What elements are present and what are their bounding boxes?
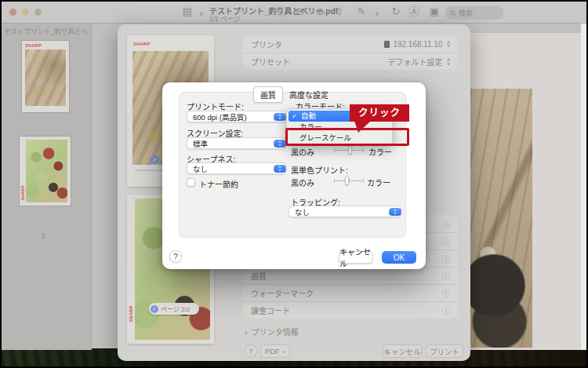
black-only-slider[interactable] [334,176,364,185]
printer-icon [384,41,390,48]
sharpness-value: なし [193,163,208,174]
dialog-help-button[interactable]: ? [169,250,182,263]
tab-advanced-settings[interactable]: 高度な設定 [283,87,335,102]
close-window-button[interactable] [9,9,16,16]
option-label: 課金コード [251,304,290,316]
black-only-left-label: 黒のみ [291,177,314,188]
printer-settings-group: プリンタ 192.168.11.10 ∧∨ プリセット デフォルト設定 ∧∨ [243,35,458,70]
trapping-dropdown[interactable]: なし ∧∨ [289,206,401,217]
pdf-menu-button[interactable]: PDF ∨ [260,344,290,358]
preset-value: デフォルト設定 [388,56,443,67]
printer-label: プリンタ [251,38,282,50]
sheet-help-button[interactable]: ? [245,344,257,358]
page-indicator: 1/2 ページ [209,13,241,23]
toolbar: ▤ ∨ テストプリント_釣り具とベリー.pdf 1/2 ページ ⓘ ⊖ ⊕ ⇧ … [0,0,588,24]
sharp-logo: SHARP [25,43,42,48]
page-1-thumbnail-image [25,49,66,106]
printer-info-label: プリンタ情報 [252,326,299,337]
option-row-billing-code[interactable]: 課金コードⓘ [243,301,458,319]
stepper-icon: ∧∨ [389,208,401,217]
sharp-logo: SHARP [129,305,133,322]
info-icon[interactable]: ⓘ [442,304,450,316]
sheet-cancel-button[interactable]: キャンセル [383,344,422,358]
toner-save-checkbox[interactable] [187,178,195,187]
printer-info-disclosure[interactable]: › プリンタ情報 [245,326,299,337]
sharpness-dropdown[interactable]: なし ∧∨ [187,162,286,174]
markup-chevron-icon[interactable]: ∨ [370,9,384,20]
preview-app-window: ▤ ∨ テストプリント_釣り具とベリー.pdf 1/2 ページ ⓘ ⊖ ⊕ ⇧ … [0,0,588,368]
annotation-balloon-tail [350,121,381,133]
fishing-reel-photo [470,89,532,348]
disclosure-icon: › [245,327,248,337]
page-count-pill: ✓ ページ 2/2 [149,303,199,315]
sharp-logo: SHARP [133,42,150,46]
print-mode-value: 600 dpi (高品質) [193,111,247,122]
page-2-number-label: 2 [42,232,45,240]
annotation-highlight-rect [285,128,409,146]
screen-setting-dropdown[interactable]: 標準 ∧∨ [187,137,286,149]
scroll-area-edge [581,24,588,350]
annotation-balloon: クリック [350,104,409,122]
tab-image-quality[interactable]: 画質 [253,86,283,103]
info-icon[interactable]: ⓘ [442,270,450,282]
screen-setting-value: 標準 [193,138,208,149]
black-only-right-label: カラー [367,177,390,188]
thumbnail-sidebar: テストプリント_釣り具とベ… SHARP 1 SHARP 2 [0,24,92,350]
annotate-icon[interactable]: Ⓐ [407,6,421,17]
pdf-label: PDF [265,347,280,355]
markup-icon[interactable]: ✎ [354,6,368,17]
option-label: ウォーターマーク [251,287,314,299]
option-label: 画質 [251,270,267,282]
share-icon[interactable]: ⇧ [332,6,347,17]
option-row-quality[interactable]: 画質ⓘ [243,267,458,284]
check-icon: ✓ [151,305,158,313]
info-icon[interactable]: ⓘ [442,253,450,264]
page-1-thumbnail[interactable]: SHARP [22,41,69,112]
option-row-watermark[interactable]: ウォーターマークⓘ [243,284,458,301]
document-page-preview [470,33,581,350]
slider-thumb[interactable] [345,176,349,185]
tab-bar: 画質 高度な設定 [253,86,335,103]
zoom-window-button[interactable] [34,9,42,16]
stepper-icon: ∧∨ [274,140,286,148]
preset-row[interactable]: プリセット デフォルト設定 ∧∨ [243,53,458,70]
sidebar-chevron-icon[interactable]: ∨ [194,9,209,20]
minimize-window-button[interactable] [22,9,29,16]
print-mode-dropdown[interactable]: 600 dpi (高品質) ∧∨ [187,111,286,122]
stepper-icon: ∧∨ [274,113,286,122]
zoom-in-icon[interactable]: ⊕ [313,6,327,17]
color-adjust-slider[interactable] [334,145,364,155]
info-icon[interactable]: ⓘ [442,235,450,247]
black-only-print-label: 黒単色プリント: [291,164,348,176]
ok-button[interactable]: OK [382,251,416,264]
search-placeholder: 検索 [459,8,473,18]
sheet-print-button[interactable]: プリント [426,344,463,358]
color-adjust-right-label: カラー [368,146,392,158]
rotate-icon[interactable]: ↻ [389,6,403,17]
search-icon [450,10,456,16]
stepper-icon: ∧∨ [274,165,286,173]
printer-row[interactable]: プリンタ 192.168.11.10 ∧∨ [243,35,458,53]
info-icon[interactable]: ⓘ [442,287,450,299]
search-input[interactable]: 検索 [445,6,503,20]
zoom-out-icon[interactable]: ⊖ [293,6,307,17]
menu-item-label: 自動 [301,111,316,120]
info-icon[interactable]: ⓘ [442,218,450,230]
stepper-icon[interactable]: ∧∨ [446,58,451,65]
chevron-down-icon: ∨ [282,348,285,354]
page-2-thumbnail[interactable]: SHARP [20,137,71,206]
stepper-icon[interactable]: ∧∨ [446,41,451,48]
info-icon[interactable]: ⓘ [274,6,288,17]
check-icon: ✓ [292,111,297,122]
toner-save-label: トナー節約 [199,178,238,190]
sidebar-doc-title: テストプリント_釣り具とベ… [4,26,89,35]
trapping-value: なし [295,206,310,217]
slider-thumb[interactable] [348,145,352,155]
sharp-logo: SHARP [20,185,25,201]
page-count-label: ページ 2/2 [161,304,190,313]
cancel-button[interactable]: キャンセル [339,251,373,264]
preset-label: プリセット [251,56,290,67]
sidebar-toggle-icon[interactable]: ▤ [180,6,194,17]
color-adjust-left-label: 黒のみ [291,146,314,158]
textbox-icon[interactable]: ▣ [427,6,441,17]
